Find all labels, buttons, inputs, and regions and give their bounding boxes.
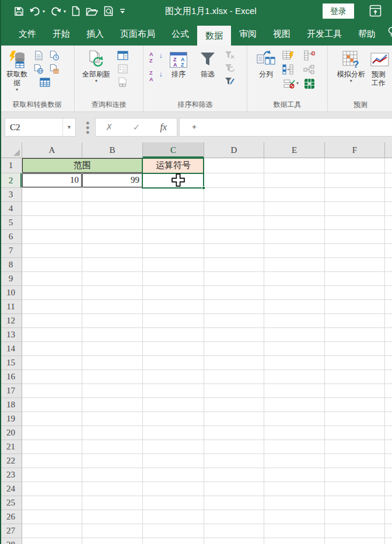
row-header-8[interactable]: 8 (0, 258, 22, 272)
row-header-20[interactable]: 20 (0, 426, 22, 440)
cell[interactable] (325, 258, 385, 272)
cell[interactable] (264, 314, 325, 328)
tab-file[interactable]: 文件 (10, 22, 44, 46)
cell[interactable] (325, 300, 385, 314)
tab-page-layout[interactable]: 页面布局 (112, 22, 163, 46)
cell[interactable] (204, 482, 264, 496)
clear-filter-icon[interactable] (224, 50, 236, 61)
row-header-5[interactable]: 5 (0, 216, 22, 230)
sort-descending-icon[interactable]: ZA↓ (148, 70, 163, 84)
consolidate-icon[interactable] (303, 50, 315, 61)
cell[interactable] (22, 412, 82, 426)
row-header-3[interactable]: 3 (0, 188, 22, 202)
cell[interactable] (204, 188, 264, 202)
row-header-1[interactable]: 1 (0, 158, 22, 173)
cell[interactable] (264, 244, 325, 258)
cell[interactable] (143, 244, 204, 258)
cell[interactable] (264, 300, 325, 314)
cell[interactable] (204, 384, 264, 398)
row-header-24[interactable]: 24 (0, 482, 22, 496)
open-folder-icon[interactable] (86, 6, 98, 16)
what-if-analysis-button[interactable]: ? 模拟分析 ▾ (334, 49, 369, 83)
flash-fill-icon[interactable] (282, 50, 294, 61)
cell[interactable] (22, 398, 82, 412)
row-header-13[interactable]: 13 (0, 328, 22, 342)
cell[interactable] (204, 468, 264, 482)
cell[interactable] (204, 173, 264, 188)
cell[interactable] (143, 524, 204, 538)
ribbon-display-options-icon[interactable] (369, 5, 382, 19)
cell[interactable] (204, 202, 264, 216)
from-table-range-icon[interactable] (48, 64, 60, 74)
cell[interactable] (325, 272, 385, 286)
cell[interactable] (82, 496, 143, 510)
cell[interactable] (22, 384, 82, 398)
tab-view[interactable]: 视图 (265, 22, 299, 46)
cell[interactable] (82, 356, 143, 370)
cell[interactable] (143, 356, 204, 370)
cell[interactable] (325, 398, 385, 412)
login-button[interactable]: 登录 (323, 4, 354, 19)
cell[interactable] (325, 454, 385, 468)
refresh-all-button[interactable]: 全部刷新 ▾ (78, 49, 114, 83)
cell[interactable] (325, 510, 385, 524)
cell[interactable] (22, 328, 82, 342)
cell[interactable] (325, 216, 385, 230)
edit-links-icon[interactable] (117, 77, 128, 88)
cell[interactable] (325, 244, 385, 258)
column-header-D[interactable]: D (204, 142, 264, 158)
cell-c1[interactable]: 运算符号 (143, 158, 204, 173)
cell[interactable] (325, 342, 385, 356)
column-header-C[interactable]: C (143, 142, 204, 158)
cell[interactable] (22, 356, 82, 370)
cell[interactable] (204, 314, 264, 328)
cell[interactable] (204, 454, 264, 468)
cell[interactable] (22, 202, 82, 216)
cell[interactable] (82, 314, 143, 328)
tab-help[interactable]: 帮助 (350, 22, 384, 46)
cell[interactable] (22, 188, 82, 202)
cell[interactable] (143, 286, 204, 300)
cell[interactable] (82, 384, 143, 398)
cell[interactable] (204, 440, 264, 454)
row-header-12[interactable]: 12 (0, 314, 22, 328)
cell[interactable] (264, 482, 325, 496)
relationships-icon[interactable] (303, 64, 315, 75)
cell[interactable] (264, 272, 325, 286)
cell[interactable] (264, 342, 325, 356)
print-preview-icon[interactable] (103, 6, 114, 16)
cell[interactable] (204, 158, 264, 173)
cell[interactable] (204, 272, 264, 286)
column-header-A[interactable]: A (22, 142, 82, 158)
cell[interactable] (325, 440, 385, 454)
cell[interactable] (22, 496, 82, 510)
queries-connections-icon[interactable] (117, 50, 128, 61)
cell[interactable] (143, 258, 204, 272)
cell[interactable] (22, 370, 82, 384)
forecast-sheet-button[interactable]: 预测工作表 (369, 49, 391, 88)
customize-toolbar-icon[interactable] (119, 7, 126, 15)
cell[interactable] (82, 440, 143, 454)
cell-c2-active[interactable]: + (143, 173, 204, 188)
cell-b2[interactable]: 99 (82, 173, 143, 188)
cell[interactable] (143, 188, 204, 202)
cell[interactable] (264, 510, 325, 524)
cell[interactable] (264, 384, 325, 398)
cell[interactable] (82, 300, 143, 314)
cell[interactable] (82, 202, 143, 216)
cell[interactable] (325, 230, 385, 244)
cancel-icon[interactable]: ✗ (106, 122, 113, 132)
cell[interactable] (264, 188, 325, 202)
cell[interactable] (82, 482, 143, 496)
cell[interactable] (264, 286, 325, 300)
row-header-9[interactable]: 9 (0, 272, 22, 286)
cell[interactable] (325, 356, 385, 370)
cell[interactable] (325, 370, 385, 384)
cell[interactable] (143, 398, 204, 412)
filter-button[interactable]: 筛选 (194, 49, 222, 79)
cell[interactable] (204, 412, 264, 426)
tab-data[interactable]: 数据 (197, 26, 231, 46)
row-header-19[interactable]: 19 (0, 412, 22, 426)
enter-icon[interactable]: ✓ (133, 122, 141, 132)
reapply-filter-icon[interactable] (224, 63, 236, 74)
